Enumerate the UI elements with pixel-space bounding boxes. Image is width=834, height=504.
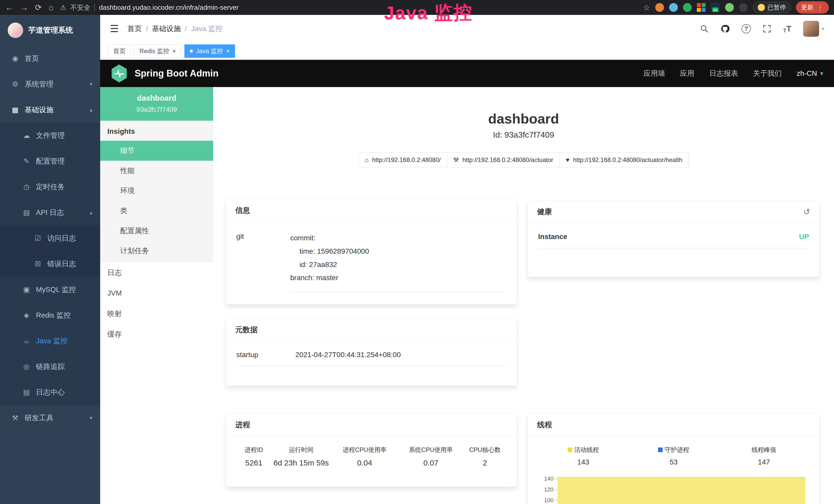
sba-item-logs[interactable]: 日志 — [100, 262, 213, 283]
history-icon[interactable]: ↺ — [803, 207, 810, 217]
menu-label: 首页 — [25, 54, 92, 63]
card-info-header: 信息 — [226, 199, 517, 222]
sba-locale-select[interactable]: zh-CN ▾ — [797, 69, 823, 77]
forward-icon[interactable]: → — [20, 3, 28, 12]
col-value: 2 — [463, 459, 506, 467]
browser-menu-dots-icon[interactable]: ⋮ — [817, 4, 824, 12]
sidebar-item-system[interactable]: ⚙ 系统管理 ▾ — [0, 71, 100, 97]
log-icon: ▤ — [22, 208, 31, 217]
sba-item-caches[interactable]: 缓存 — [100, 324, 213, 345]
breadcrumb-separator: / — [185, 25, 187, 33]
edit-icon: ✎ — [22, 157, 31, 165]
browser-home-icon[interactable]: ⌂ — [48, 3, 53, 12]
sba-instance-header[interactable]: dashboard 93a3fc7f7409 — [100, 87, 213, 121]
tab-redis-monitor[interactable]: Redis 监控 × — [134, 44, 181, 58]
wrench-icon: ⚒ — [453, 156, 459, 164]
user-avatar-menu[interactable]: ▾ — [803, 21, 824, 37]
sba-brand-title[interactable]: Spring Boot Admin — [135, 68, 219, 79]
sidebar-item-home[interactable]: ◉ 首页 — [0, 46, 100, 71]
sidebar-logo[interactable]: 芋道管理系统 — [0, 15, 100, 46]
mysql-icon: ▣ — [22, 285, 31, 294]
close-icon[interactable]: × — [226, 48, 229, 54]
sba-item-config-props[interactable]: 配置属性 — [100, 221, 213, 241]
sidebar-item-redis-monitor[interactable]: ◈ Redis 监控 — [0, 302, 100, 328]
sba-item-environment[interactable]: 环境 — [100, 181, 213, 201]
threads-legend: 活动线程 143 守护进程 53 线程峰值 147 — [538, 446, 809, 466]
font-size-icon[interactable]: TT — [783, 24, 791, 33]
spring-boot-admin-logo-icon[interactable] — [111, 65, 127, 83]
health-instance-row[interactable]: Instance UP — [538, 233, 809, 248]
extension-icon-grid[interactable] — [697, 3, 706, 12]
help-icon[interactable]: ? — [742, 24, 751, 33]
legend-text: 守护进程 — [665, 446, 689, 454]
help-question-glyph: ? — [742, 24, 751, 33]
chevron-down-icon: ▾ — [90, 415, 92, 421]
instance-link-actuator[interactable]: ⚒ http://192.168.0.2:48080/actuator — [447, 153, 560, 167]
sidebar-item-access-logs[interactable]: ☑ 访问日志 — [0, 225, 100, 251]
col-header: 进程CPU使用率 — [331, 446, 398, 454]
address-bar[interactable]: ⚠ 不安全 dashboard.yudao.iocoder.cn/infra/a… — [60, 3, 239, 12]
url-text[interactable]: dashboard.yudao.iocoder.cn/infra/admin-s… — [99, 4, 238, 12]
sidebar-item-mysql-monitor[interactable]: ▣ MySQL 监控 — [0, 277, 100, 302]
sba-nav-wallboard[interactable]: 应用墙 — [644, 69, 665, 78]
github-icon[interactable] — [721, 24, 730, 33]
sidebar-item-dev-tools[interactable]: ⚒ 研发工具 ▾ — [0, 405, 100, 431]
bookmark-star-icon[interactable]: ☆ — [643, 3, 650, 12]
sidebar-item-error-logs[interactable]: ☒ 错误日志 — [0, 251, 100, 277]
logo-avatar — [8, 23, 23, 38]
menu-label: 研发工具 — [25, 413, 85, 423]
sidebar-item-tracing[interactable]: ◎ 链路追踪 — [0, 354, 100, 380]
live-threads-area-series — [557, 477, 806, 504]
sba-item-mappings[interactable]: 映射 — [100, 303, 213, 324]
sidebar-item-log-center[interactable]: ▤ 日志中心 — [0, 380, 100, 405]
search-icon[interactable] — [700, 24, 709, 33]
reload-icon[interactable]: ⟳ — [35, 3, 42, 12]
sba-item-jvm[interactable]: JVM — [100, 283, 213, 303]
tab-home[interactable]: 首页 — [108, 44, 131, 58]
sba-item-details[interactable]: 细节 — [100, 141, 213, 161]
extension-on-badge-icon[interactable]: on — [711, 3, 720, 12]
sba-insights-group: Insights 细节 性能 环境 类 配置属性 计划任务 — [100, 121, 213, 262]
instance-link-home[interactable]: ⌂ http://192.168.0.2:48080/ — [358, 153, 447, 167]
sidebar-item-scheduled-jobs[interactable]: ◷ 定时任务 — [0, 174, 100, 200]
sidebar-item-java-monitor[interactable]: ☕ Java 监控 — [0, 328, 100, 354]
profile-paused-badge[interactable]: 已暂停 — [753, 2, 791, 13]
hamburger-icon[interactable]: ☰ — [110, 23, 119, 35]
sidebar-item-api-logs[interactable]: ▤ API 日志 ▴ — [0, 200, 100, 225]
sba-item-classes[interactable]: 类 — [100, 201, 213, 221]
extension-icon-green[interactable] — [683, 3, 692, 12]
sba-nav-about[interactable]: 关于我们 — [753, 69, 782, 78]
sba-item-metrics[interactable]: 性能 — [100, 161, 213, 181]
card-title: 元数据 — [235, 325, 258, 335]
process-col-pid: 进程ID 5261 — [236, 446, 271, 467]
sba-nav-journal[interactable]: 日志报表 — [709, 69, 738, 78]
tab-java-monitor[interactable]: Java 监控 × — [184, 44, 235, 58]
fullscreen-icon[interactable] — [763, 24, 771, 33]
back-icon[interactable]: ← — [5, 3, 13, 12]
sidebar-item-file-mgmt[interactable]: ☁ 文件管理 — [0, 123, 100, 148]
close-icon[interactable]: × — [172, 48, 176, 54]
sidebar-item-infra[interactable]: ▦ 基础设施 ▴ — [0, 97, 100, 123]
breadcrumb-infra[interactable]: 基础设施 — [152, 24, 181, 33]
chrome-update-button[interactable]: 更新 ⋮ — [796, 1, 829, 14]
info-line-commit: commit: — [290, 231, 506, 245]
extension-icon-orange[interactable] — [655, 3, 664, 12]
sba-item-scheduled-tasks[interactable]: 计划任务 — [100, 241, 213, 261]
info-key: git — [236, 231, 290, 292]
extension-icon-leaf[interactable] — [725, 3, 734, 12]
card-metadata-body: startup 2021-04-27T00:44:31.254+08:00 — [226, 342, 517, 375]
instance-link-health[interactable]: ♥ http://192.168.0.2:48080/actuator/heal… — [559, 153, 689, 167]
col-value: 6d 23h 15m 59s — [271, 459, 331, 467]
chevron-down-icon: ▾ — [820, 70, 823, 77]
menu-label: Java 监控 — [36, 336, 92, 346]
extension-icon-puzzle[interactable] — [739, 3, 748, 12]
col-header: 系统CPU使用率 — [398, 446, 463, 454]
info-line-branch: branch: master — [290, 271, 506, 284]
info-value: commit: time: 1596289704000 id: 27aa832 … — [290, 231, 506, 292]
breadcrumb-home[interactable]: 首页 — [127, 24, 142, 33]
tab-label: 首页 — [113, 47, 126, 55]
sidebar-item-config-mgmt[interactable]: ✎ 配置管理 — [0, 148, 100, 174]
sba-nav-applications[interactable]: 应用 — [680, 69, 695, 78]
security-label[interactable]: 不安全 — [70, 3, 90, 12]
extension-icon-blue[interactable] — [669, 3, 678, 12]
